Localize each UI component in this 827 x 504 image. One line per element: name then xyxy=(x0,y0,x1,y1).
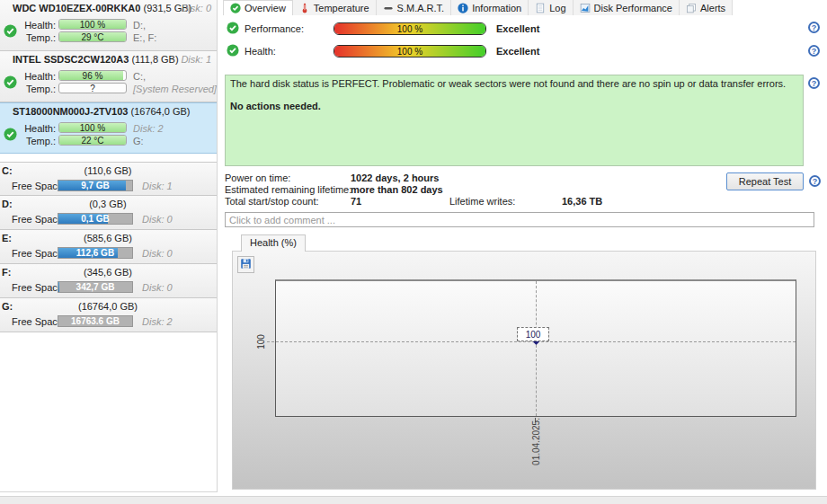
volume-size: (110,6 GB) xyxy=(36,165,180,176)
help-icon[interactable]: ? xyxy=(808,45,820,57)
volume-letter: E: xyxy=(2,233,12,243)
free-space-label: Free Space xyxy=(12,181,63,191)
volume-disk-number: Disk: 2 xyxy=(142,316,173,327)
health-label: Health: xyxy=(18,123,56,134)
status-ok-icon xyxy=(4,75,17,89)
tab-smart[interactable]: S.M.A.R.T. xyxy=(377,0,452,15)
tab-disk-performance[interactable]: Disk Performance xyxy=(574,0,680,15)
document-icon xyxy=(535,3,546,13)
health-bar: 100 % xyxy=(333,45,486,57)
tab-temperature[interactable]: Temperature xyxy=(293,0,377,15)
volume-letter: F: xyxy=(2,267,11,278)
status-action: No actions needed. xyxy=(230,101,798,111)
lifetime-writes-label: Lifetime writes: xyxy=(449,196,515,207)
main-tabbar: Overview Temperature S.M.A.R.T. Informat… xyxy=(223,0,827,15)
temp-drives: G: xyxy=(133,136,144,146)
status-text-box: The hard disk status is PERFECT. Problem… xyxy=(225,75,804,166)
tab-alerts[interactable]: Alerts xyxy=(680,0,733,15)
performance-ok-icon xyxy=(227,22,239,34)
disk-size: (16764,0 GB) xyxy=(130,106,190,117)
free-space-label: Free Space xyxy=(12,282,63,293)
disk-name: WDC WD10EZEX-00RKKA0 xyxy=(13,3,140,13)
free-space-bar: 16763.6 GB xyxy=(58,315,133,327)
info-icon xyxy=(458,3,468,13)
health-meter: 100 % xyxy=(58,122,127,133)
repeat-test-button[interactable]: Repeat Test xyxy=(726,172,804,190)
y-axis-tick-label: 100 xyxy=(256,332,266,353)
start-stop-count-label: Total start/stop count: xyxy=(225,196,319,207)
help-icon[interactable]: ? xyxy=(809,175,821,187)
volume-item-c[interactable]: C: (110,6 GB) Free Space 9,7 GB Disk: 1 xyxy=(0,162,217,196)
status-ok-icon xyxy=(4,128,17,141)
health-label: Health: xyxy=(18,71,56,82)
disk-name: INTEL SSDSC2CW120A3 xyxy=(13,54,129,65)
health-label: Health: xyxy=(245,46,276,57)
disk-sidebar: WDC WD10EZEX-00RKKA0 (931,5 GB) Disk: 0 … xyxy=(0,0,218,492)
volume-size: (16764,0 GB) xyxy=(36,301,180,312)
health-chart-panel: 100 100 01.04.2025. xyxy=(232,251,816,490)
start-stop-count-value: 71 xyxy=(351,196,361,207)
status-ok-icon xyxy=(4,24,17,38)
performance-label: Performance: xyxy=(245,23,304,34)
vertical-gridline xyxy=(536,281,537,416)
power-on-time-value: 1022 days, 2 hours xyxy=(351,172,439,183)
temp-drives: [System Reserved] xyxy=(133,84,217,94)
chart-icon xyxy=(580,3,591,13)
volume-disk-number: Disk: 1 xyxy=(142,181,173,191)
power-on-time-label: Power on time: xyxy=(225,172,290,183)
help-icon[interactable]: ? xyxy=(808,22,820,33)
volume-disk-number: Disk: 0 xyxy=(142,248,173,259)
performance-bar: 100 % xyxy=(333,22,486,35)
volume-item-g[interactable]: G: (16764,0 GB) Free Space 16763.6 GB Di… xyxy=(0,298,217,332)
health-meter: 100 % xyxy=(58,19,127,30)
free-space-bar: 9,7 GB xyxy=(58,180,133,191)
volume-letter: D: xyxy=(2,199,13,209)
disk-number: Disk: 2 xyxy=(133,123,164,134)
check-circle-icon xyxy=(230,3,241,13)
smart-icon xyxy=(383,3,394,13)
status-text: The hard disk status is PERFECT. Problem… xyxy=(230,78,798,89)
tab-overview[interactable]: Overview xyxy=(223,0,293,15)
disk-name: ST18000NM000J-2TV103 xyxy=(13,106,128,117)
temp-label: Temp.: xyxy=(18,136,56,146)
temp-label: Temp.: xyxy=(18,84,56,94)
free-space-bar: 112,6 GB xyxy=(58,247,133,259)
volume-item-e[interactable]: E: (585,6 GB) Free Space 112,6 GB Disk: … xyxy=(0,230,217,264)
health-plot-area: 100 xyxy=(275,279,796,417)
help-icon[interactable]: ? xyxy=(808,77,820,89)
lifetime-writes-value: 16,36 TB xyxy=(562,196,602,207)
free-space-label: Free Space xyxy=(12,214,63,225)
volume-item-d[interactable]: D: (0,3 GB) Free Space 0,1 GB Disk: 0 xyxy=(0,196,217,230)
volume-letter: C: xyxy=(2,165,13,176)
x-axis-tick-label: 01.04.2025. xyxy=(531,416,541,468)
disk-item-2-selected[interactable]: ST18000NM000J-2TV103 (16764,0 GB) Health… xyxy=(0,102,217,154)
sidebar-gap xyxy=(0,154,217,162)
data-point-label: 100 xyxy=(517,327,549,341)
volume-size: (585,6 GB) xyxy=(36,233,180,243)
health-rating: Excellent xyxy=(496,46,539,57)
disk-item-1[interactable]: INTEL SSDSC2CW120A3 (111,8 GB) Disk: 1 H… xyxy=(0,51,217,102)
free-space-label: Free Space xyxy=(12,316,63,327)
comment-input[interactable] xyxy=(225,212,814,227)
save-chart-button[interactable] xyxy=(237,256,254,273)
health-drives: D:, xyxy=(133,20,146,31)
temp-label: Temp.: xyxy=(18,32,56,43)
disk-item-0[interactable]: WDC WD10EZEX-00RKKA0 (931,5 GB) Disk: 0 … xyxy=(0,0,217,51)
hard-disk-sentinel-window: WDC WD10EZEX-00RKKA0 (931,5 GB) Disk: 0 … xyxy=(0,0,827,504)
horizontal-gridline xyxy=(267,341,796,342)
health-chart-tab[interactable]: Health (%) xyxy=(241,234,306,252)
health-drives: C:, xyxy=(133,71,146,82)
volume-size: (0,3 GB) xyxy=(36,199,180,209)
performance-rating: Excellent xyxy=(496,23,539,34)
disk-number: Disk: 1 xyxy=(181,54,211,65)
free-space-label: Free Space xyxy=(12,248,63,259)
tab-log[interactable]: Log xyxy=(529,0,573,15)
temp-drives: E:, F: xyxy=(133,32,156,43)
health-ok-icon xyxy=(227,44,239,57)
temp-meter: 29 °C xyxy=(58,31,127,42)
volume-item-f[interactable]: F: (345,6 GB) Free Space 342,7 GB Disk: … xyxy=(0,264,217,298)
free-space-bar: 0,1 GB xyxy=(58,213,133,225)
status-bar xyxy=(0,496,827,504)
volume-letter: G: xyxy=(2,301,13,312)
tab-information[interactable]: Information xyxy=(451,0,529,15)
